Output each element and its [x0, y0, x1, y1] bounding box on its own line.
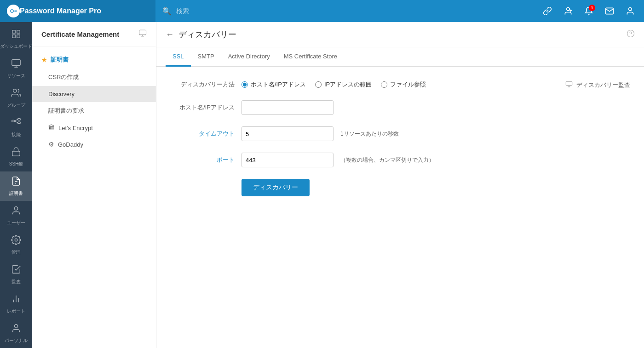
- svg-line-19: [14, 119, 17, 121]
- main-layout: ダッシュボード リソース グループ: [0, 22, 644, 348]
- discovery-submit-button[interactable]: ディスカバリー: [242, 179, 310, 196]
- notification-icon-btn[interactable]: 1: [580, 2, 598, 20]
- svg-rect-17: [18, 118, 20, 120]
- search-input[interactable]: [176, 7, 268, 15]
- admin-icon: [11, 235, 21, 247]
- radio-hostname[interactable]: ホスト名/IPアドレス: [242, 80, 306, 89]
- svg-point-15: [13, 89, 17, 92]
- sidebar-section: ★ 証明書 CSRの作成 Discovery 証明書の要求 🏛 Let's En…: [32, 46, 156, 157]
- radio-group: ホスト名/IPアドレス IPアドレスの範囲 ファイル参照: [242, 80, 426, 89]
- tabs-bar: SSL SMTP Active Directory MS Certificate…: [156, 47, 644, 67]
- tab-ssl[interactable]: SSL: [166, 47, 191, 67]
- radio-file-ref[interactable]: ファイル参照: [381, 80, 426, 89]
- app-title: Password Manager Pro: [20, 7, 101, 15]
- svg-point-24: [14, 206, 17, 210]
- notification-badge: 1: [589, 5, 595, 11]
- submit-row: ディスカバリー: [170, 179, 630, 196]
- nav-item-audit[interactable]: 監査: [0, 260, 32, 289]
- user-add-icon-btn[interactable]: [559, 2, 577, 20]
- nav-label-connections: 接続: [12, 131, 21, 138]
- nav-item-dashboard[interactable]: ダッシュボード: [0, 24, 32, 54]
- personal-icon: [11, 323, 21, 336]
- search-area: 🔍: [155, 0, 326, 22]
- sidebar-item-cert-request[interactable]: 証明書の要求: [32, 102, 156, 120]
- svg-rect-18: [18, 122, 20, 124]
- godaddy-icon: ⚙: [48, 141, 54, 148]
- discovery-monitor-link[interactable]: ディスカバリー監査: [565, 80, 630, 89]
- nav-label-personal: パーソナル: [5, 337, 28, 344]
- radio-hostname-label: ホスト名/IPアドレス: [251, 80, 306, 89]
- resources-icon: [11, 58, 21, 71]
- radio-ip-range-label: IPアドレスの範囲: [324, 80, 372, 89]
- dashboard-icon: [11, 29, 21, 41]
- sidebar: Certificate Management ★ 証明書 CSRの作成 Disc…: [32, 22, 156, 348]
- logo-icon: [7, 5, 20, 17]
- nav-item-admin[interactable]: 管理: [0, 230, 32, 260]
- nav-label-groups: グループ: [7, 102, 25, 108]
- port-input[interactable]: [242, 153, 334, 167]
- tab-ms-cert-store[interactable]: MS Certificate Store: [277, 47, 344, 67]
- timeout-row: タイムアウト 1リソースあたりの秒数: [170, 126, 630, 141]
- port-row: ポート （複数の場合、カンマ区切りで入力）: [170, 153, 630, 167]
- profile-icon-btn[interactable]: [621, 2, 639, 20]
- nav-label-ssh: SSH鍵: [9, 161, 23, 167]
- radio-ip-range-input[interactable]: [315, 81, 322, 88]
- port-label: ポート: [170, 156, 235, 164]
- svg-rect-11: [17, 34, 20, 37]
- sidebar-item-discovery[interactable]: Discovery: [32, 86, 156, 102]
- svg-point-29: [14, 324, 17, 327]
- link-icon-btn[interactable]: [538, 2, 557, 20]
- sidebar-header: Certificate Management: [32, 22, 156, 46]
- tab-smtp[interactable]: SMTP: [191, 47, 221, 67]
- nav-item-resources[interactable]: リソース: [0, 54, 32, 83]
- sidebar-monitor-icon[interactable]: [138, 29, 147, 39]
- nav-item-connections[interactable]: 接続: [0, 113, 32, 142]
- tab-active-directory[interactable]: Active Directory: [221, 47, 277, 67]
- nav-item-personal[interactable]: パーソナル: [0, 319, 32, 348]
- certificates-icon: [11, 176, 21, 188]
- help-icon[interactable]: [627, 29, 635, 40]
- page-header: ← ディスカバリー: [156, 22, 644, 47]
- svg-rect-21: [12, 151, 20, 156]
- content-area: ← ディスカバリー SSL SMTP Active Directory: [156, 22, 644, 348]
- sidebar-cert-label: 証明書: [51, 56, 69, 64]
- nav-item-reports[interactable]: レポート: [0, 289, 32, 319]
- hostname-input[interactable]: [242, 100, 334, 115]
- timeout-input[interactable]: [242, 126, 334, 141]
- nav-label-resources: リソース: [7, 73, 25, 79]
- audit-icon: [11, 264, 21, 277]
- port-hint: （複数の場合、カンマ区切りで入力）: [340, 156, 434, 164]
- svg-rect-8: [12, 30, 15, 33]
- nav-item-certificates[interactable]: 証明書: [0, 171, 32, 201]
- sidebar-item-lets-encrypt[interactable]: 🏛 Let's Encrypt: [32, 120, 156, 136]
- nav-item-ssh[interactable]: SSH鍵: [0, 142, 32, 171]
- svg-rect-16: [12, 120, 15, 122]
- sidebar-item-godaddy[interactable]: ⚙ GoDaddy: [32, 136, 156, 153]
- cert-request-label: 証明書の要求: [48, 107, 84, 115]
- svg-line-20: [14, 121, 17, 123]
- nav-item-users[interactable]: ユーザー: [0, 201, 32, 230]
- ssh-icon: [11, 147, 21, 159]
- discovery-label: Discovery: [48, 91, 75, 97]
- radio-ip-range[interactable]: IPアドレスの範囲: [315, 80, 372, 89]
- nav-label-reports: レポート: [7, 308, 25, 314]
- back-button[interactable]: ←: [166, 30, 174, 40]
- top-header: Password Manager Pro 🔍 1: [0, 0, 644, 22]
- sidebar-item-certificates-header[interactable]: ★ 証明書: [32, 51, 156, 68]
- radio-hostname-input[interactable]: [242, 81, 248, 88]
- sidebar-item-csr[interactable]: CSRの作成: [32, 68, 156, 86]
- svg-rect-9: [17, 30, 20, 33]
- mail-icon-btn[interactable]: [600, 2, 619, 20]
- nav-label-admin: 管理: [12, 249, 21, 256]
- search-icon: 🔍: [162, 7, 172, 16]
- radio-file-ref-label: ファイル参照: [390, 80, 426, 89]
- lets-encrypt-label: Let's Encrypt: [58, 125, 93, 131]
- monitor-label: ディスカバリー監査: [576, 81, 630, 89]
- godaddy-label: GoDaddy: [58, 141, 83, 148]
- nav-item-groups[interactable]: グループ: [0, 83, 32, 113]
- svg-rect-30: [139, 30, 146, 35]
- hostname-row: ホスト名/IPアドレス: [170, 100, 630, 115]
- radio-file-ref-input[interactable]: [381, 81, 387, 88]
- svg-point-25: [15, 239, 17, 241]
- timeout-hint: 1リソースあたりの秒数: [340, 130, 399, 138]
